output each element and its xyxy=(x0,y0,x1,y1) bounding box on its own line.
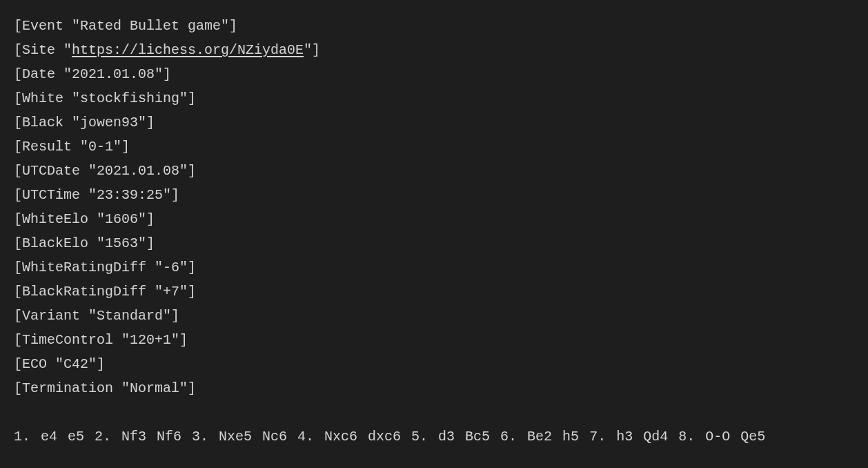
pgn-header-key: Site xyxy=(22,42,55,58)
pgn-header-line: [UTCDate "2021.01.08"] xyxy=(14,159,854,183)
pgn-text-block: [Event "Rated Bullet game"][Site "https:… xyxy=(14,14,854,449)
pgn-header-line: [WhiteElo "1606"] xyxy=(14,207,854,231)
pgn-header-key: Variant xyxy=(22,308,80,324)
pgn-header-line: [White "stockfishing"] xyxy=(14,86,854,110)
pgn-header-value: 1563 xyxy=(105,235,138,251)
pgn-header-line: [BlackRatingDiff "+7"] xyxy=(14,280,854,304)
pgn-header-key: Event xyxy=(22,18,63,34)
pgn-site-link[interactable]: https://lichess.org/NZiyda0E xyxy=(72,42,304,58)
pgn-header-value: stockfishing xyxy=(80,90,179,106)
pgn-header-line: [Variant "Standard"] xyxy=(14,304,854,328)
pgn-header-line: [TimeControl "120+1"] xyxy=(14,328,854,352)
pgn-header-value: Standard xyxy=(97,308,163,324)
pgn-header-value: 2021.01.08 xyxy=(97,163,179,179)
pgn-header-line: [Result "0-1"] xyxy=(14,135,854,159)
pgn-header-key: Date xyxy=(22,66,55,82)
pgn-header-key: UTCTime xyxy=(22,187,80,203)
pgn-header-line: [Site "https://lichess.org/NZiyda0E"] xyxy=(14,38,854,62)
pgn-header-value: Normal xyxy=(130,380,179,396)
pgn-header-key: TimeControl xyxy=(22,332,113,348)
pgn-header-key: Black xyxy=(22,115,63,130)
pgn-header-line: [ECO "C42"] xyxy=(14,352,854,376)
pgn-header-value: C42 xyxy=(63,356,88,372)
pgn-header-key: BlackElo xyxy=(22,235,88,251)
pgn-header-key: BlackRatingDiff xyxy=(22,284,146,300)
pgn-header-line: [WhiteRatingDiff "-6"] xyxy=(14,255,854,280)
pgn-header-key: WhiteElo xyxy=(22,211,88,227)
pgn-moves: 1. e4 e5 2. Nf3 Nf6 3. Nxe5 Nc6 4. Nxc6 … xyxy=(14,425,854,449)
pgn-header-key: ECO xyxy=(22,356,47,372)
pgn-header-line: [Date "2021.01.08"] xyxy=(14,62,854,86)
pgn-header-value: 0-1 xyxy=(88,139,113,155)
pgn-header-value: Rated Bullet game xyxy=(80,18,221,34)
pgn-header-key: UTCDate xyxy=(22,163,80,179)
pgn-header-line: [Termination "Normal"] xyxy=(14,376,854,400)
pgn-header-key: White xyxy=(22,90,63,106)
pgn-header-value: 2021.01.08 xyxy=(72,66,155,82)
pgn-header-value: +7 xyxy=(163,284,179,300)
pgn-header-line: [Black "jowen93"] xyxy=(14,110,854,135)
pgn-header-value: jowen93 xyxy=(80,115,138,130)
pgn-header-value: 23:39:25 xyxy=(97,187,163,203)
pgn-header-line: [Event "Rated Bullet game"] xyxy=(14,14,854,38)
pgn-header-key: Result xyxy=(22,139,72,155)
pgn-header-line: [BlackElo "1563"] xyxy=(14,231,854,255)
pgn-header-value: -6 xyxy=(163,260,179,275)
pgn-header-value: 120+1 xyxy=(130,332,171,348)
pgn-header-value: 1606 xyxy=(105,211,138,227)
pgn-header-key: Termination xyxy=(22,380,113,396)
pgn-header-line: [UTCTime "23:39:25"] xyxy=(14,183,854,207)
pgn-header-key: WhiteRatingDiff xyxy=(22,260,146,275)
